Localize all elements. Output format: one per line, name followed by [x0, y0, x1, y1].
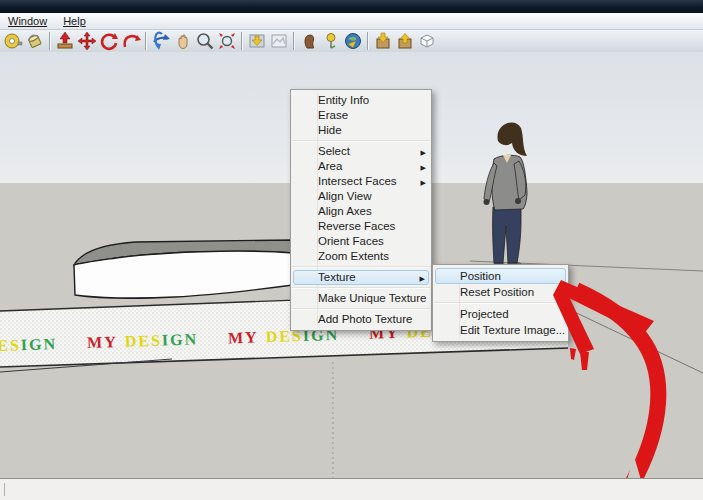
menu-separator	[292, 266, 430, 268]
curved-slab-model[interactable]	[74, 240, 293, 298]
menu-item-add-photo-texture[interactable]: Add Photo Texture	[291, 312, 431, 327]
photo-textures-icon[interactable]	[298, 30, 320, 52]
pan-icon[interactable]	[172, 30, 194, 52]
status-bar	[0, 478, 703, 500]
status-bar-notch	[4, 483, 5, 496]
toolbar-separator	[49, 32, 51, 50]
google-earth-icon[interactable]	[342, 30, 364, 52]
toolbar-separator	[241, 32, 243, 50]
menu-separator	[292, 140, 430, 142]
paint-bucket-icon[interactable]	[24, 30, 46, 52]
menu-item-align-axes[interactable]: Align Axes	[291, 204, 431, 219]
move-icon[interactable]	[76, 30, 98, 52]
submenu-arrow-icon: ▶	[421, 174, 426, 189]
component-box-icon[interactable]	[416, 30, 438, 52]
menu-item-reset-position[interactable]: Reset Position	[433, 284, 568, 300]
add-location-icon[interactable]	[246, 30, 268, 52]
context-menu: Entity Info Erase Hide Select▶ Area▶ Int…	[290, 89, 432, 331]
application-window: Window Help	[0, 0, 703, 500]
menu-item-select[interactable]: Select▶	[291, 144, 431, 159]
menu-bar: Window Help	[0, 13, 703, 30]
submenu-arrow-icon: ▶	[421, 159, 426, 174]
toolbar-separator	[293, 32, 295, 50]
follow-me-icon[interactable]	[120, 30, 142, 52]
menu-item-erase[interactable]: Erase	[291, 108, 431, 123]
submenu-arrow-icon: ▶	[421, 144, 426, 159]
menu-item-edit-texture-image[interactable]: Edit Texture Image...	[433, 322, 568, 338]
menu-item-hide[interactable]: Hide	[291, 123, 431, 138]
menu-item-orient-faces[interactable]: Orient Faces	[291, 234, 431, 249]
zoom-extents-icon[interactable]	[216, 30, 238, 52]
submenu-arrow-icon: ▶	[420, 271, 425, 284]
menu-separator	[292, 287, 430, 289]
pin-icon[interactable]	[320, 30, 342, 52]
title-bar	[0, 0, 703, 13]
menu-item-position[interactable]: Position	[435, 268, 566, 284]
push-pull-icon[interactable]	[54, 30, 76, 52]
menu-item-entity-info[interactable]: Entity Info	[291, 93, 431, 108]
menu-item-align-view[interactable]: Align View	[291, 189, 431, 204]
orbit-icon[interactable]	[150, 30, 172, 52]
rotate-icon[interactable]	[98, 30, 120, 52]
menu-window[interactable]: Window	[0, 15, 55, 27]
menu-item-zoom-extents[interactable]: Zoom Extents	[291, 249, 431, 264]
menu-item-intersect-faces[interactable]: Intersect Faces▶	[291, 174, 431, 189]
get-models-icon[interactable]	[372, 30, 394, 52]
menu-separator	[292, 308, 430, 310]
toolbar-separator	[367, 32, 369, 50]
toggle-terrain-icon[interactable]	[268, 30, 290, 52]
toolbar-separator	[145, 32, 147, 50]
tape-measure-icon[interactable]	[2, 30, 24, 52]
share-model-icon[interactable]	[394, 30, 416, 52]
menu-item-area[interactable]: Area▶	[291, 159, 431, 174]
menu-item-make-unique-texture[interactable]: Make Unique Texture	[291, 291, 431, 306]
menu-help[interactable]: Help	[55, 15, 94, 27]
menu-item-texture[interactable]: Texture▶	[293, 270, 429, 285]
toolbar	[0, 30, 703, 53]
menu-item-projected[interactable]: Projected	[433, 306, 568, 322]
texture-submenu: Position Reset Position Projected Edit T…	[432, 264, 569, 342]
menu-item-reverse-faces[interactable]: Reverse Faces	[291, 219, 431, 234]
zoom-icon[interactable]	[194, 30, 216, 52]
menu-separator	[434, 302, 567, 304]
